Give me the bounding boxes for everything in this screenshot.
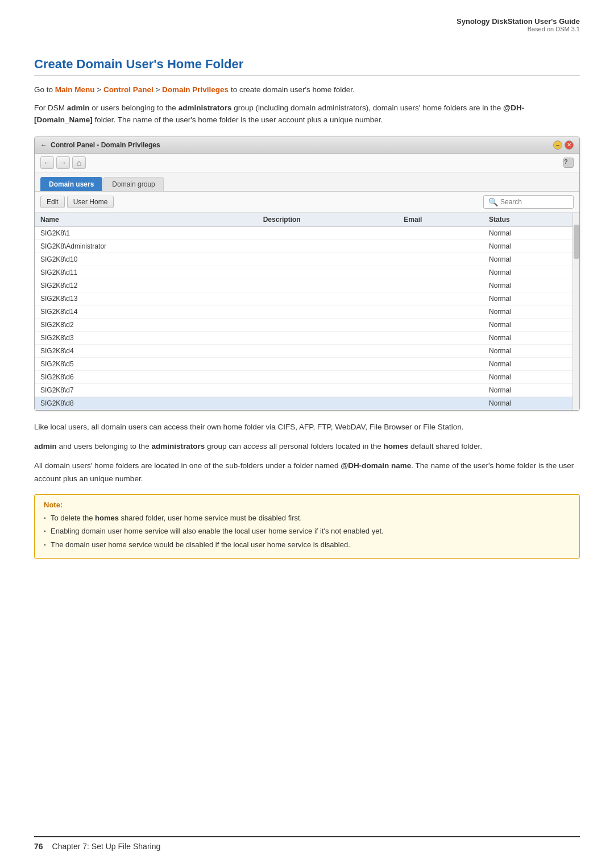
cell-name: SIG2K8\d8 <box>35 396 258 410</box>
control-panel-window: ← Control Panel - Domain Privileges – ✕ … <box>34 137 580 411</box>
table-wrapper: Name Description Email Status SIG2K8\1No… <box>35 213 579 410</box>
note-box: Note: To delete the homes shared folder,… <box>34 494 580 559</box>
cell-name: SIG2K8\Administrator <box>35 239 258 253</box>
cell-description <box>258 331 399 344</box>
col-description: Description <box>258 213 399 227</box>
cell-name: SIG2K8\d14 <box>35 305 258 318</box>
note-label: Note: <box>44 501 570 509</box>
cell-status: Normal <box>483 383 579 396</box>
cell-name: SIG2K8\d2 <box>35 318 258 331</box>
cell-description <box>258 396 399 410</box>
cell-name: SIG2K8\d5 <box>35 357 258 370</box>
cell-status: Normal <box>483 305 579 318</box>
table-row[interactable]: SIG2K8\d5Normal <box>35 357 579 370</box>
page-footer: 76 Chapter 7: Set Up File Sharing <box>34 836 580 851</box>
note-item-1: To delete the homes shared folder, user … <box>44 512 570 524</box>
help-button[interactable]: ? <box>563 158 574 168</box>
control-panel-link[interactable]: Control Panel <box>103 85 154 94</box>
intro-paragraph-2: For DSM admin or users belonging to the … <box>34 102 580 126</box>
table-row[interactable]: SIG2K8\d3Normal <box>35 331 579 344</box>
note-item-3: The domain user home service would be di… <box>44 539 570 551</box>
cell-name: SIG2K8\d13 <box>35 292 258 305</box>
minimize-button[interactable]: – <box>553 140 562 150</box>
cell-name: SIG2K8\1 <box>35 226 258 239</box>
table-row[interactable]: SIG2K8\AdministratorNormal <box>35 239 579 253</box>
cell-description <box>258 305 399 318</box>
table-row[interactable]: SIG2K8\d7Normal <box>35 383 579 396</box>
table-row[interactable]: SIG2K8\1Normal <box>35 226 579 239</box>
cell-status: Normal <box>483 331 579 344</box>
cell-name: SIG2K8\d3 <box>35 331 258 344</box>
tab-domain-users[interactable]: Domain users <box>40 177 102 191</box>
tab-bar: Domain users Domain group <box>35 172 579 192</box>
intro-paragraph-1: Go to Main Menu > Control Panel > Domain… <box>34 84 580 96</box>
col-status: Status <box>483 213 579 227</box>
cell-status: Normal <box>483 344 579 357</box>
cell-status: Normal <box>483 266 579 279</box>
cell-email <box>398 253 483 266</box>
cell-name: SIG2K8\d4 <box>35 344 258 357</box>
cell-email <box>398 383 483 396</box>
forward-button[interactable]: → <box>56 156 70 169</box>
cell-email <box>398 279 483 292</box>
cell-description <box>258 239 399 253</box>
cell-email <box>398 305 483 318</box>
footer-page-number: 76 <box>34 842 43 851</box>
top-header: Synology DiskStation User's Guide Based … <box>457 17 580 32</box>
footer-chapter-text: Chapter 7: Set Up File Sharing <box>52 842 161 851</box>
cell-status: Normal <box>483 318 579 331</box>
table-row[interactable]: SIG2K8\d10Normal <box>35 253 579 266</box>
back-arrow-icon: ← <box>40 141 47 149</box>
cell-status: Normal <box>483 370 579 383</box>
note-list: To delete the homes shared folder, user … <box>44 512 570 551</box>
col-email: Email <box>398 213 483 227</box>
table-row[interactable]: SIG2K8\d14Normal <box>35 305 579 318</box>
close-button[interactable]: ✕ <box>565 140 574 150</box>
window-body: Domain users Domain group Edit User Home… <box>35 172 579 410</box>
cell-name: SIG2K8\d6 <box>35 370 258 383</box>
cell-description <box>258 318 399 331</box>
scrollbar-thumb[interactable] <box>574 225 579 259</box>
cell-status: Normal <box>483 292 579 305</box>
cell-email <box>398 357 483 370</box>
cell-name: SIG2K8\d10 <box>35 253 258 266</box>
home-button[interactable]: ⌂ <box>72 156 86 169</box>
cell-description <box>258 344 399 357</box>
user-home-button[interactable]: User Home <box>67 196 114 208</box>
cell-description <box>258 357 399 370</box>
users-table: Name Description Email Status SIG2K8\1No… <box>35 213 579 410</box>
table-row[interactable]: SIG2K8\d12Normal <box>35 279 579 292</box>
table-row[interactable]: SIG2K8\d11Normal <box>35 266 579 279</box>
domain-privileges-link[interactable]: Domain Privileges <box>162 85 229 94</box>
main-menu-link[interactable]: Main Menu <box>55 85 95 94</box>
cell-name: SIG2K8\d12 <box>35 279 258 292</box>
cell-email <box>398 331 483 344</box>
cell-email <box>398 396 483 410</box>
table-row[interactable]: SIG2K8\d2Normal <box>35 318 579 331</box>
inner-toolbar: Edit User Home 🔍 <box>35 192 579 213</box>
section-title: Create Domain User's Home Folder <box>34 57 580 76</box>
cell-email <box>398 318 483 331</box>
cell-email <box>398 292 483 305</box>
cell-description <box>258 292 399 305</box>
edit-button[interactable]: Edit <box>40 196 65 208</box>
guide-title: Synology DiskStation User's Guide <box>457 17 580 26</box>
scrollbar-track[interactable] <box>572 213 579 410</box>
table-body: SIG2K8\1NormalSIG2K8\AdministratorNormal… <box>35 226 579 410</box>
cell-status: Normal <box>483 396 579 410</box>
table-row[interactable]: SIG2K8\d13Normal <box>35 292 579 305</box>
table-row[interactable]: SIG2K8\d4Normal <box>35 344 579 357</box>
col-name: Name <box>35 213 258 227</box>
back-button[interactable]: ← <box>40 156 54 169</box>
search-input[interactable] <box>500 198 569 206</box>
content-area: Create Domain User's Home Folder Go to M… <box>34 57 580 559</box>
tab-domain-group[interactable]: Domain group <box>103 177 163 191</box>
window-titlebar: ← Control Panel - Domain Privileges – ✕ <box>35 137 579 154</box>
search-box[interactable]: 🔍 <box>483 195 574 209</box>
cell-status: Normal <box>483 239 579 253</box>
table-row[interactable]: SIG2K8\d6Normal <box>35 370 579 383</box>
table-row[interactable]: SIG2K8\d8Normal <box>35 396 579 410</box>
body-paragraph-3: All domain users' home folders are locat… <box>34 460 580 485</box>
cell-description <box>258 266 399 279</box>
cell-description <box>258 226 399 239</box>
